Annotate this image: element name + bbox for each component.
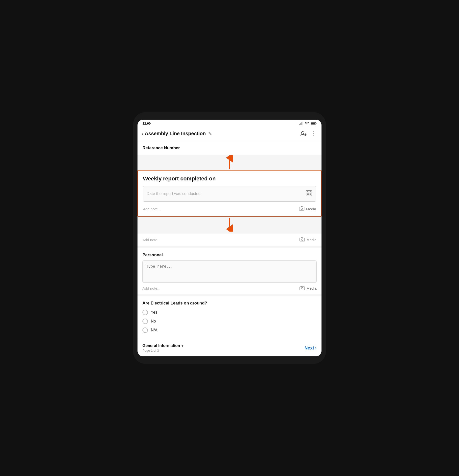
section-name: General Information ▾ bbox=[142, 344, 183, 348]
more-icon[interactable]: ⋮ bbox=[311, 130, 317, 137]
add-note-label[interactable]: Add note... bbox=[143, 207, 161, 211]
svg-rect-19 bbox=[310, 193, 311, 194]
calendar-icon[interactable] bbox=[305, 190, 312, 198]
add-user-icon[interactable] bbox=[300, 131, 307, 137]
personnel-media-button[interactable]: Media bbox=[299, 286, 317, 291]
next-button[interactable]: Next › bbox=[304, 346, 317, 351]
next-chevron-icon: › bbox=[315, 346, 317, 351]
svg-rect-2 bbox=[301, 122, 301, 125]
svg-point-8 bbox=[301, 131, 304, 134]
arrow-up-icon bbox=[223, 155, 236, 170]
date-placeholder: Date the report was conducted bbox=[147, 192, 305, 196]
status-bar: 12:00 bbox=[138, 120, 321, 127]
personnel-input[interactable] bbox=[142, 260, 317, 283]
below-media-button[interactable]: Media bbox=[299, 237, 317, 243]
device-frame: 12:00 bbox=[133, 112, 326, 364]
radio-yes-label: Yes bbox=[151, 310, 157, 315]
radio-na[interactable] bbox=[142, 327, 148, 333]
personnel-media-label: Media bbox=[306, 286, 317, 290]
page-title: Assembly Line Inspection bbox=[145, 131, 206, 136]
radio-yes-row: Yes bbox=[142, 310, 317, 315]
below-section: Add note... Media bbox=[138, 234, 321, 246]
svg-point-24 bbox=[301, 208, 303, 210]
radio-no[interactable] bbox=[142, 319, 148, 324]
svg-point-4 bbox=[307, 124, 307, 125]
wifi-icon bbox=[305, 122, 309, 125]
svg-point-30 bbox=[301, 287, 303, 289]
svg-rect-21 bbox=[308, 194, 309, 195]
edit-icon[interactable]: ✎ bbox=[208, 131, 212, 136]
personnel-add-note-row: Add note... Media bbox=[142, 286, 317, 291]
svg-rect-29 bbox=[300, 287, 305, 290]
svg-rect-20 bbox=[307, 194, 308, 195]
signal-icon bbox=[299, 122, 303, 125]
below-add-note-row: Add note... Media bbox=[142, 237, 317, 243]
below-add-note-label[interactable]: Add note... bbox=[142, 238, 161, 242]
svg-rect-27 bbox=[300, 238, 305, 241]
arrow-down-icon bbox=[223, 217, 236, 232]
content-area: Reference Number Weekly report completed… bbox=[138, 141, 321, 340]
below-media-label: Media bbox=[306, 238, 317, 242]
nav-bar: ‹ Assembly Line Inspection ✎ ⋮ bbox=[138, 127, 321, 141]
date-input-row[interactable]: Date the report was conducted bbox=[143, 186, 316, 202]
electrical-label: Are Electrical Leads on ground? bbox=[142, 301, 317, 306]
add-note-row: Add note... Media bbox=[143, 206, 316, 212]
camera-icon bbox=[299, 206, 304, 212]
svg-rect-17 bbox=[307, 193, 308, 194]
arrow-down-wrapper bbox=[138, 217, 321, 232]
svg-point-28 bbox=[301, 239, 303, 240]
svg-rect-6 bbox=[316, 123, 317, 124]
media-button[interactable]: Media bbox=[299, 206, 316, 212]
radio-na-row: N/A bbox=[142, 327, 317, 333]
personnel-label: Personnel bbox=[142, 253, 317, 258]
chevron-down-icon[interactable]: ▾ bbox=[182, 344, 183, 348]
arrow-up-wrapper bbox=[138, 155, 321, 170]
back-button[interactable]: ‹ bbox=[141, 131, 143, 136]
radio-no-label: No bbox=[151, 319, 156, 324]
screen: 12:00 bbox=[138, 120, 321, 356]
page-info: Page 1 of 3 bbox=[142, 349, 183, 352]
personnel-camera-icon bbox=[299, 286, 305, 291]
reference-label: Reference Number bbox=[142, 146, 180, 150]
reference-section: Reference Number bbox=[138, 141, 321, 155]
radio-na-label: N/A bbox=[151, 328, 158, 332]
bottom-left: General Information ▾ Page 1 of 3 bbox=[142, 344, 183, 352]
personnel-add-note[interactable]: Add note... bbox=[142, 286, 161, 290]
svg-rect-3 bbox=[302, 122, 302, 125]
nav-right: ⋮ bbox=[300, 130, 317, 137]
personnel-section: Personnel Add note... Media bbox=[138, 248, 321, 294]
radio-no-row: No bbox=[142, 319, 317, 324]
highlight-box: Weekly report completed on Date the repo… bbox=[138, 170, 321, 217]
media-label: Media bbox=[306, 207, 316, 211]
battery-icon bbox=[311, 122, 317, 125]
electrical-section: Are Electrical Leads on ground? Yes No N… bbox=[138, 296, 321, 340]
section-name-text: General Information bbox=[142, 344, 180, 348]
below-camera-icon bbox=[299, 237, 305, 243]
svg-rect-1 bbox=[300, 123, 300, 125]
status-time: 12:00 bbox=[142, 122, 151, 125]
bottom-bar: General Information ▾ Page 1 of 3 Next › bbox=[138, 340, 321, 356]
nav-left: ‹ Assembly Line Inspection ✎ bbox=[141, 131, 212, 136]
svg-rect-22 bbox=[310, 194, 311, 195]
svg-rect-23 bbox=[299, 207, 304, 210]
svg-rect-18 bbox=[308, 193, 309, 194]
svg-rect-7 bbox=[311, 123, 315, 124]
status-icons bbox=[299, 122, 317, 125]
next-label: Next bbox=[304, 346, 314, 351]
radio-yes[interactable] bbox=[142, 310, 148, 315]
svg-rect-0 bbox=[299, 124, 299, 125]
weekly-report-title: Weekly report completed on bbox=[143, 175, 316, 182]
